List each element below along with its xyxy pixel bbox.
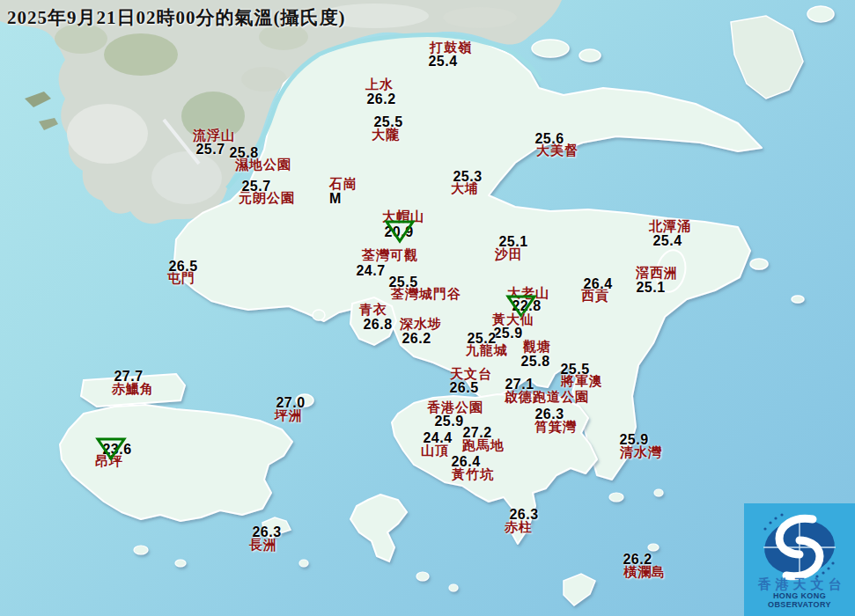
station-name: 沙田 — [495, 248, 523, 261]
hko-logo-english: HONG KONG OBSERVATORY — [744, 591, 855, 609]
station-name: 跑馬地 — [462, 439, 505, 452]
station-temperature: 23.6 — [102, 443, 131, 457]
station-name: 赤柱 — [505, 521, 533, 534]
station-name: 大帽山 — [382, 210, 424, 224]
station-name: 打鼓嶺 — [430, 41, 472, 55]
station-name: 啟德跑道公園 — [505, 391, 589, 404]
station-temperature: 25.1 — [498, 235, 527, 249]
station-name: 黃大仙 — [492, 313, 534, 326]
station-temperature: 26.4 — [583, 277, 612, 291]
station-temperature: 25.7 — [241, 180, 270, 194]
station-temperature: 25.6 — [534, 132, 564, 146]
station-name: 深水埗 — [400, 318, 442, 331]
station-temperature: 24.7 — [356, 264, 385, 278]
station-temperature: 27.0 — [276, 396, 305, 410]
station-name: 九龍城 — [466, 344, 508, 357]
station-temperature: 24.4 — [423, 431, 452, 445]
station-name: 黃竹坑 — [452, 468, 494, 481]
station-name: 青衣 — [359, 304, 387, 317]
station-temperature: 26.3 — [534, 407, 564, 422]
station-temperature: 25.4 — [428, 55, 457, 69]
hko-logo-emblem — [744, 503, 855, 588]
station-name: 清水灣 — [620, 446, 662, 459]
station-temperature: 26.5 — [449, 381, 478, 395]
station-temperature: 27.1 — [505, 378, 534, 392]
station-name: 荃灣可觀 — [362, 249, 418, 262]
station-name: 濕地公園 — [235, 158, 291, 172]
station-temperature: 25.9 — [493, 326, 522, 341]
station-temperature: 26.2 — [623, 553, 652, 567]
station-temperature: 26.2 — [402, 332, 431, 346]
station-temperature: 25.5 — [373, 115, 402, 129]
station-name: 大美督 — [536, 144, 579, 158]
station-name: 屯門 — [167, 272, 195, 285]
station-temperature: 25.1 — [636, 281, 665, 295]
station-temperature: 25.7 — [195, 143, 225, 157]
station-temperature: M — [329, 192, 342, 206]
station-name: 石崗 — [329, 178, 357, 191]
station-name: 長洲 — [249, 539, 277, 552]
station-name: 大隴 — [372, 128, 400, 142]
station-temperature: 26.2 — [366, 92, 395, 106]
station-temperature: 25.9 — [434, 414, 463, 429]
station-temperature: 26.5 — [168, 260, 197, 274]
station-name: 山頂 — [421, 444, 449, 458]
station-temperature: 27.2 — [462, 426, 491, 440]
station-name: 荃灣城門谷 — [391, 288, 461, 301]
station-name: 滘西洲 — [636, 267, 678, 280]
station-temperature: 25.2 — [467, 332, 496, 346]
station-name: 西貢 — [581, 290, 609, 303]
station-name: 橫瀾島 — [623, 566, 666, 579]
station-temperature: 25.8 — [229, 146, 258, 160]
station-name: 赤鱲角 — [112, 383, 154, 396]
station-temperature: 27.7 — [114, 370, 143, 384]
station-temperature: 26.3 — [509, 508, 538, 522]
station-name: 觀塘 — [523, 341, 551, 354]
station-temperature: 25.9 — [619, 433, 648, 447]
station-name: 大埔 — [451, 182, 479, 195]
station-temperature: 22.8 — [512, 299, 541, 313]
station-temperature: 25.5 — [560, 363, 589, 377]
station-name: 流浮山 — [193, 129, 235, 143]
station-temperature: 25.5 — [388, 275, 417, 290]
hko-logo: 香港天文台 HONG KONG OBSERVATORY — [744, 503, 855, 616]
station-labels-layer: 打鼓嶺25.4上水26.2大隴25.5流浮山25.7濕地公園25.8元朗公園25… — [0, 0, 855, 616]
station-name: 香港公園 — [427, 401, 483, 414]
station-temperature: 25.3 — [453, 170, 482, 184]
station-name: 將軍澳 — [561, 375, 603, 388]
station-name: 坪洲 — [275, 409, 303, 422]
temperature-map: 2025年9月21日02時00分的氣溫(攝氏度) 打鼓嶺25.4上水26.2大隴… — [0, 0, 855, 616]
station-temperature: 20.9 — [384, 225, 413, 239]
station-name: 筲箕灣 — [534, 421, 577, 434]
station-name: 天文台 — [450, 368, 492, 381]
station-name: 昂坪 — [95, 455, 123, 468]
station-temperature: 26.8 — [363, 318, 392, 332]
station-name: 元朗公園 — [239, 192, 295, 205]
station-temperature: 25.8 — [520, 355, 549, 369]
station-temperature: 26.3 — [252, 525, 281, 539]
station-name: 上水 — [365, 78, 394, 92]
station-temperature: 26.4 — [451, 455, 480, 469]
station-temperature: 25.4 — [652, 234, 682, 248]
station-name: 北潭涌 — [649, 220, 691, 233]
